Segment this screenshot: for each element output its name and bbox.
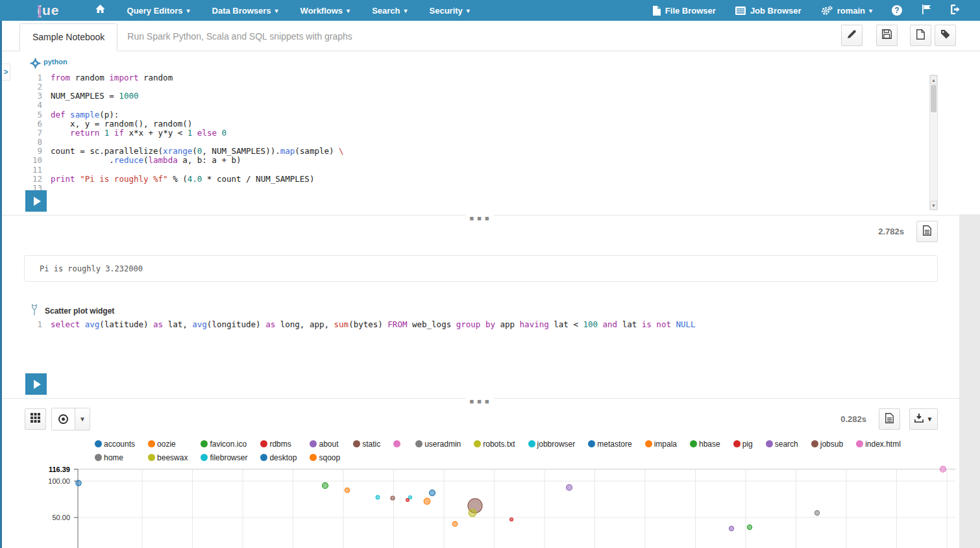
scatter-bubble[interactable] [469, 509, 476, 517]
nav-menu-query-editors[interactable]: Query Editors▾ [116, 0, 201, 21]
legend-item-static[interactable]: static [353, 440, 380, 449]
nav-menu-search[interactable]: Search▾ [361, 0, 418, 21]
legend-dot [353, 440, 360, 447]
legend-dot [474, 440, 481, 447]
hue-logo[interactable]: ()ue [37, 0, 60, 21]
chevron-down-icon: ▾ [467, 7, 470, 14]
edit-button[interactable] [841, 25, 863, 46]
scatter-bubble[interactable] [376, 495, 380, 499]
nav-menus: Query Editors▾Data Browsers▾Workflows▾Se… [116, 0, 481, 21]
legend-item-about[interactable]: about [310, 440, 340, 449]
legend-dot [645, 440, 652, 447]
tab-label: Sample Notebook [32, 32, 104, 42]
save-button[interactable] [876, 25, 898, 46]
scatter-bubble[interactable] [323, 482, 328, 488]
legend-label: metastore [597, 440, 631, 449]
file-browser-link[interactable]: File Browser [643, 0, 726, 21]
chevron-down-icon: ▾ [404, 7, 408, 14]
legend-item-metastore[interactable]: metastore [588, 440, 631, 449]
feedback-button[interactable] [912, 0, 941, 21]
python-run-button[interactable] [25, 190, 47, 212]
scroll-down-arrow[interactable]: ▼ [930, 201, 937, 210]
chart-type-dropdown[interactable]: ▼ [75, 408, 90, 430]
scatter-bubble[interactable] [510, 518, 513, 521]
legend-item-impala[interactable]: impala [645, 440, 677, 449]
help-button[interactable]: ? [882, 0, 912, 21]
sql-snippet-title[interactable]: Scatter plot widget [45, 306, 114, 316]
scatter-bubble[interactable] [409, 495, 412, 499]
scatter-chart-button[interactable] [52, 408, 75, 430]
legend-label: index.html [865, 440, 901, 449]
legend-item-sqoop[interactable]: sqoop [310, 453, 340, 462]
legend-item-rdbms[interactable]: rdbms [260, 440, 297, 449]
top-navbar: ()ue Query Editors▾Data Browsers▾Workflo… [0, 0, 980, 21]
legend-item-desktop[interactable]: desktop [260, 453, 297, 462]
execution-time: 2.782s [878, 227, 904, 236]
grid-icon [31, 413, 40, 425]
gears-icon [821, 6, 833, 16]
legend-item-pig[interactable]: pig [733, 440, 753, 449]
nav-menu-workflows[interactable]: Workflows▾ [289, 0, 361, 21]
scatter-bubble[interactable] [815, 510, 819, 515]
impala-icon [30, 304, 39, 318]
scroll-thumb[interactable] [931, 85, 937, 112]
resize-handle[interactable]: ■ ■ ■ [465, 398, 493, 405]
sql-show-logs-button[interactable] [879, 408, 900, 430]
sql-code-editor[interactable]: 1select avg(latitude) as lat, avg(longit… [24, 320, 938, 395]
python-code-editor[interactable]: 123456789101112131415from random import … [24, 73, 938, 212]
scatter-bubble[interactable] [406, 499, 410, 502]
legend-item-hbase[interactable]: hbase [690, 440, 720, 449]
legend-item-unnamed[interactable] [393, 440, 402, 447]
scatter-bubble[interactable] [567, 484, 572, 490]
scatter-bubble[interactable] [430, 490, 435, 496]
editor-scrollbar[interactable]: ▲ ▼ [929, 75, 938, 210]
nav-menu-security[interactable]: Security▾ [419, 0, 481, 21]
legend-item-accounts[interactable]: accounts [95, 440, 135, 449]
legend-item-oozie[interactable]: oozie [148, 440, 188, 449]
legend-item-index.html[interactable]: index.html [856, 440, 901, 449]
grid-view-button[interactable] [25, 408, 46, 430]
scatter-bubble[interactable] [345, 488, 349, 492]
legend-item-favicon.ico[interactable]: favicon.ico [201, 440, 247, 449]
legend-item-beeswax[interactable]: beeswax [148, 453, 188, 462]
legend-label: search [775, 440, 798, 449]
legend-item-search[interactable]: search [766, 440, 798, 449]
job-browser-link[interactable]: Job Browser [726, 0, 811, 21]
scatter-bubble[interactable] [729, 526, 733, 530]
home-button[interactable] [84, 0, 116, 21]
y-axis-tick-label: 50.00 [52, 514, 70, 521]
sql-run-button[interactable] [25, 373, 47, 395]
assist-panel-toggle[interactable]: > [2, 64, 10, 81]
notebook-content: > python 123456789101112131415from rando… [0, 58, 959, 548]
scatter-chart[interactable]: 116.39100.0050.000.00 [0, 465, 959, 548]
scatter-bubble[interactable] [391, 496, 395, 500]
chevron-down-icon: ▾ [347, 7, 350, 14]
scatter-bubble[interactable] [452, 521, 458, 527]
resize-handle[interactable]: ■ ■ ■ [465, 215, 493, 221]
download-button[interactable]: ▼ [909, 408, 938, 430]
scatter-bubble[interactable] [424, 498, 430, 504]
code-line: return 1 if x*x + y*y < 1 else 0 [51, 129, 344, 138]
show-logs-button[interactable] [916, 221, 938, 242]
scatter-bubble[interactable] [747, 525, 752, 529]
nav-menu-label: Security [430, 6, 463, 16]
flag-icon [922, 5, 931, 16]
legend-item-home[interactable]: home [95, 453, 135, 462]
new-notebook-button[interactable] [910, 25, 931, 46]
logout-button[interactable] [941, 0, 971, 21]
legend-item-filebrowser[interactable]: filebrowser [201, 453, 247, 462]
scatter-bubble[interactable] [940, 466, 946, 472]
scatter-bubble[interactable] [76, 480, 81, 486]
legend-item-robots.txt[interactable]: robots.txt [474, 440, 515, 449]
scroll-up-arrow[interactable]: ▲ [930, 75, 937, 84]
legend-item-jobsub[interactable]: jobsub [811, 440, 843, 449]
tags-button[interactable] [935, 25, 956, 46]
user-menu[interactable]: romain ▾ [811, 0, 882, 21]
snippet-type-label[interactable]: python [43, 58, 67, 66]
legend-item-useradmin[interactable]: useradmin [415, 440, 461, 449]
nav-menu-data-browsers[interactable]: Data Browsers▾ [201, 0, 289, 21]
legend-item-jobbrowser[interactable]: jobbrowser [528, 440, 576, 449]
tab-sample-notebook[interactable]: Sample Notebook [19, 23, 117, 51]
legend-label: static [362, 440, 380, 449]
nav-menu-label: Workflows [300, 6, 343, 16]
